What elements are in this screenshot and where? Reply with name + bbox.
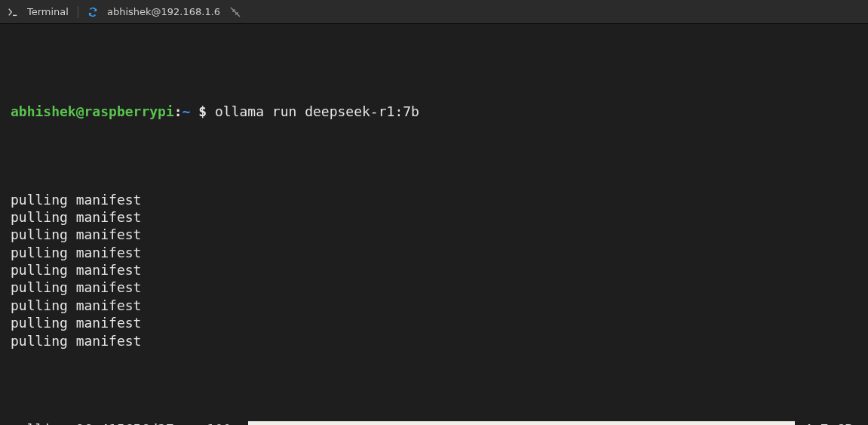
download-row: pulling 96c415656d37... 100%4.7 GB: [11, 420, 857, 425]
terminal-output[interactable]: abhishek@raspberrypi:~ $ ollama run deep…: [0, 24, 868, 425]
manifest-line: pulling manifest: [11, 244, 857, 261]
prompt-line: abhishek@raspberrypi:~ $ ollama run deep…: [11, 103, 857, 120]
command-text: ollama run deepseek-r1:7b: [215, 103, 419, 119]
titlebar: Terminal abhishek@192.168.1.6: [0, 0, 868, 24]
download-label: pulling 96c415656d37... 100%: [11, 420, 239, 425]
prompt-symbol: $: [198, 103, 207, 119]
prompt-path: ~: [182, 103, 191, 119]
manifest-line: pulling manifest: [11, 226, 857, 243]
sync-icon: [87, 7, 98, 17]
manifest-line: pulling manifest: [11, 208, 857, 226]
manifest-line: pulling manifest: [11, 191, 857, 208]
titlebar-separator: [78, 6, 78, 18]
manifest-line: pulling manifest: [11, 261, 857, 279]
terminal-icon: [8, 7, 18, 17]
progress-bar: [248, 421, 795, 425]
manifest-line: pulling manifest: [11, 332, 857, 350]
download-size: 4.7 GB: [804, 420, 857, 425]
manifest-line: pulling manifest: [11, 297, 857, 314]
link-broken-icon: [229, 6, 241, 18]
prompt-colon: :: [174, 103, 182, 119]
manifest-line: pulling manifest: [11, 279, 857, 296]
manifest-line: pulling manifest: [11, 314, 857, 331]
titlebar-connection: abhishek@192.168.1.6: [107, 6, 220, 17]
prompt-userhost: abhishek@raspberrypi: [11, 103, 174, 119]
titlebar-label: Terminal: [27, 6, 69, 17]
